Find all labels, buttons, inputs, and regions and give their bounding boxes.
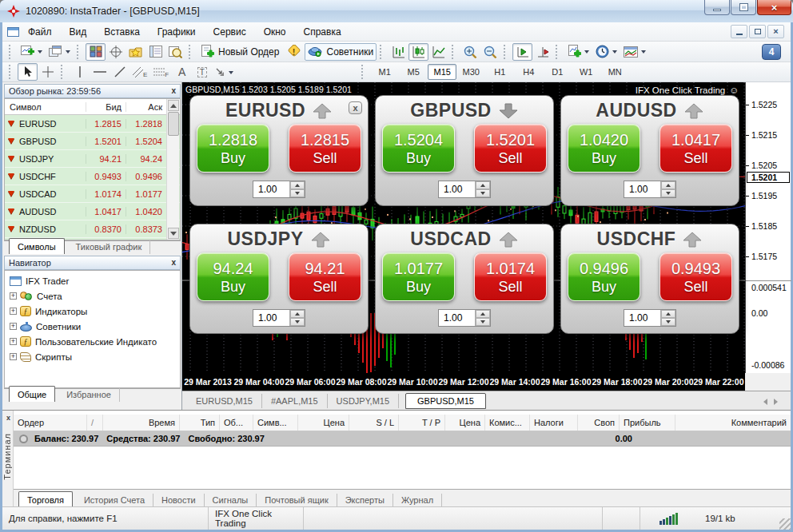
table-row[interactable]: USDCAD1.01741.0177 [5, 185, 180, 203]
scroll-thumb[interactable] [168, 112, 179, 136]
col-swap[interactable]: Своп [578, 415, 620, 431]
fibonacci-tool-button[interactable]: F [150, 63, 172, 81]
table-row[interactable]: EURUSD1.28151.2818 [5, 115, 180, 133]
widget-close-button[interactable]: x [349, 101, 362, 114]
buy-button[interactable]: 1.0177Buy [382, 252, 455, 301]
expand-icon[interactable]: + [10, 338, 17, 345]
periods-button[interactable] [592, 43, 620, 61]
menu-charts[interactable]: Графики [149, 24, 205, 40]
col-taxes[interactable]: Налоги [530, 415, 578, 431]
sell-button[interactable]: 1.2815Sell [289, 124, 361, 173]
volume-down-button[interactable] [661, 318, 675, 326]
navigator-close-icon[interactable]: x [171, 259, 176, 267]
auto-scroll-button[interactable] [512, 43, 532, 61]
volume-down-button[interactable] [476, 189, 490, 197]
scroll-up-button[interactable] [168, 100, 179, 111]
volume-input[interactable] [439, 181, 475, 197]
tab-experts[interactable]: Эксперты [337, 494, 393, 507]
table-row[interactable]: GBPUSD1.52011.5204 [5, 133, 180, 150]
tree-item-accounts[interactable]: + Счета [8, 288, 180, 304]
tile-windows-button[interactable] [86, 43, 106, 61]
label-tool-button[interactable]: T [192, 63, 212, 81]
col-order[interactable]: Ордер [14, 415, 87, 431]
volume-up-button[interactable] [476, 310, 490, 318]
column-ask[interactable]: Аск [126, 102, 166, 112]
buy-button[interactable]: 0.9496Buy [568, 252, 640, 301]
tab-trade[interactable]: Торговля [18, 491, 73, 507]
menu-window[interactable]: Окно [255, 24, 295, 40]
important-button[interactable]: ! [282, 43, 305, 61]
buy-button[interactable]: 1.0420Buy [568, 124, 640, 173]
balance-row[interactable]: Баланс: 230.97 Средства: 230.97 Свободно… [14, 431, 791, 447]
tab-symbols[interactable]: Символы [9, 238, 65, 254]
col-symbol[interactable]: Симв... [253, 415, 298, 431]
restore-button[interactable] [731, 0, 756, 15]
toolbar-grip[interactable] [556, 45, 561, 59]
price-scale[interactable]: 1.5225 1.5215 1.5205 1.5195 1.5185 1.517… [745, 82, 791, 373]
trendline-tool-button[interactable] [110, 63, 130, 81]
candle-chart-button[interactable] [408, 43, 428, 61]
child-minimize-button[interactable] [731, 25, 747, 38]
col-profit[interactable]: Прибыль [620, 415, 675, 431]
timeframe-mn[interactable]: MN [600, 64, 629, 80]
table-row[interactable]: AUDUSD1.04171.0420 [5, 203, 180, 220]
chart-tab-gbpusd[interactable]: GBPUSD,M15 [405, 393, 486, 409]
sell-button[interactable]: 1.0174Sell [474, 252, 547, 301]
toolbar-grip[interactable] [361, 65, 367, 79]
arrows-tool-button[interactable] [212, 63, 237, 81]
timeframe-m5[interactable]: M5 [399, 64, 428, 80]
zoom-out-button[interactable] [480, 43, 500, 61]
cursor-mode-button[interactable] [106, 43, 126, 61]
market-watch-close-icon[interactable]: x [171, 87, 176, 95]
toolbar-grip[interactable] [189, 45, 194, 59]
crosshair-tool-button[interactable] [38, 63, 58, 81]
volume-up-button[interactable] [290, 181, 305, 189]
toolbar-grip[interactable] [9, 65, 14, 79]
sell-button[interactable]: 0.9493Sell [660, 252, 732, 301]
child-restore-button[interactable] [749, 25, 766, 38]
tab-mailbox[interactable]: Почтовый ящик [257, 494, 337, 507]
zoom-in-button[interactable] [460, 43, 480, 61]
expand-icon[interactable]: + [10, 292, 17, 300]
timeframe-h4[interactable]: H4 [514, 64, 543, 80]
tree-item-custom-indicators[interactable]: + ƒ Пользовательские Индикато [8, 334, 180, 349]
resize-grip[interactable] [779, 518, 791, 530]
toolbar-grip[interactable] [61, 65, 66, 79]
menu-view[interactable]: Вид [61, 24, 96, 40]
toolbar-grip[interactable] [452, 45, 457, 59]
scroll-down-button[interactable] [168, 228, 179, 239]
tab-tick-chart[interactable]: Тиковый график [68, 240, 151, 254]
tab-signals[interactable]: Сигналы [205, 494, 257, 507]
buy-button[interactable]: 94.24Buy [197, 252, 269, 301]
data-window-button[interactable] [145, 43, 165, 61]
menu-insert[interactable]: Вставка [95, 24, 149, 40]
volume-down-button[interactable] [290, 318, 305, 326]
chart-tab-eurusd[interactable]: EURUSD,M15 [187, 394, 262, 408]
tab-common[interactable]: Общие [9, 386, 55, 402]
volume-down-button[interactable] [476, 318, 490, 326]
table-row[interactable]: USDCHF0.94930.9496 [5, 168, 180, 185]
smiley-icon[interactable]: ☺ [729, 85, 739, 95]
vline-tool-button[interactable] [70, 63, 90, 81]
toolbar-grip[interactable] [9, 45, 14, 59]
time-axis[interactable]: 29 Mar 2013 29 Mar 04:00 29 Mar 06:00 29… [182, 373, 745, 391]
new-order-button[interactable]: Новый Ордер [197, 43, 282, 61]
channel-tool-button[interactable]: E [130, 63, 150, 81]
terminal-close-icon[interactable]: x [4, 413, 13, 422]
strategy-tester-button[interactable] [165, 43, 185, 61]
market-watch-button[interactable] [126, 43, 145, 61]
col-price-open[interactable]: Цена [298, 415, 349, 431]
volume-up-button[interactable] [661, 181, 675, 189]
new-chart-button[interactable] [18, 43, 46, 61]
timeframe-m15[interactable]: M15 [428, 64, 456, 80]
text-tool-button[interactable]: A [172, 63, 192, 81]
expert-advisors-button[interactable]: Советники [305, 43, 377, 61]
volume-input[interactable] [624, 181, 660, 197]
col-sl[interactable]: S / L [349, 415, 399, 431]
volume-down-button[interactable] [290, 189, 305, 197]
tree-item-scripts[interactable]: + Скрипты [8, 349, 180, 364]
tree-item-advisors[interactable]: + Советники [8, 319, 180, 334]
toolbar-grip[interactable] [77, 45, 82, 59]
line-chart-button[interactable] [428, 43, 448, 61]
sell-button[interactable]: 94.21Sell [289, 252, 361, 301]
